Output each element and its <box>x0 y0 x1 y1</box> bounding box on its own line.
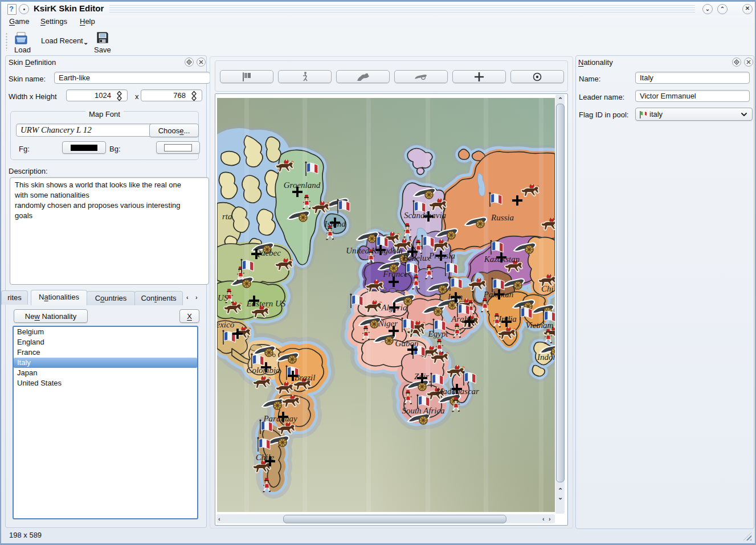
svg-text:Chile: Chile <box>256 453 275 462</box>
svg-text:South Africa: South Africa <box>402 406 444 415</box>
svg-text:Brazil: Brazil <box>295 373 316 382</box>
svg-text:United Kingdom: United Kingdom <box>346 246 403 255</box>
svg-text:Vietnam: Vietnam <box>526 321 554 330</box>
svg-text:Groenland: Groenland <box>284 181 321 190</box>
svg-text:Zair: Zair <box>414 372 429 381</box>
svg-text:Gabon: Gabon <box>395 339 419 348</box>
svg-text:Iran: Iran <box>447 292 463 301</box>
svg-text:Benelux: Benelux <box>403 253 431 263</box>
svg-text:Paraguay: Paraguay <box>263 414 297 423</box>
svg-text:Kazakstan: Kazakstan <box>484 255 520 264</box>
svg-text:Algeria: Algeria <box>381 303 407 312</box>
svg-text:Eastern US: Eastern US <box>246 299 286 308</box>
svg-text:Scandinavia: Scandinavia <box>404 211 446 220</box>
svg-text:Chi: Chi <box>541 284 554 293</box>
svg-text:Arabia: Arabia <box>451 314 475 323</box>
svg-text:Niger: Niger <box>378 319 398 328</box>
svg-text:Prussia: Prussia <box>428 251 455 260</box>
svg-text:Pakistan: Pakistan <box>483 290 514 299</box>
svg-text:Quebec: Quebec <box>255 248 281 257</box>
svg-text:Madagascar: Madagascar <box>435 387 479 396</box>
svg-text:India: India <box>498 314 517 323</box>
svg-text:Egypt: Egypt <box>428 329 449 338</box>
svg-text:France: France <box>382 269 408 278</box>
svg-text:US: US <box>218 293 228 302</box>
svg-text:Colombia: Colombia <box>246 366 280 375</box>
svg-text:Russia: Russia <box>491 213 514 222</box>
svg-text:Mexico: Mexico <box>217 320 235 329</box>
svg-text:Island: Island <box>324 219 346 228</box>
svg-text:Indon: Indon <box>537 353 555 362</box>
svg-text:rta: rta <box>222 212 232 221</box>
